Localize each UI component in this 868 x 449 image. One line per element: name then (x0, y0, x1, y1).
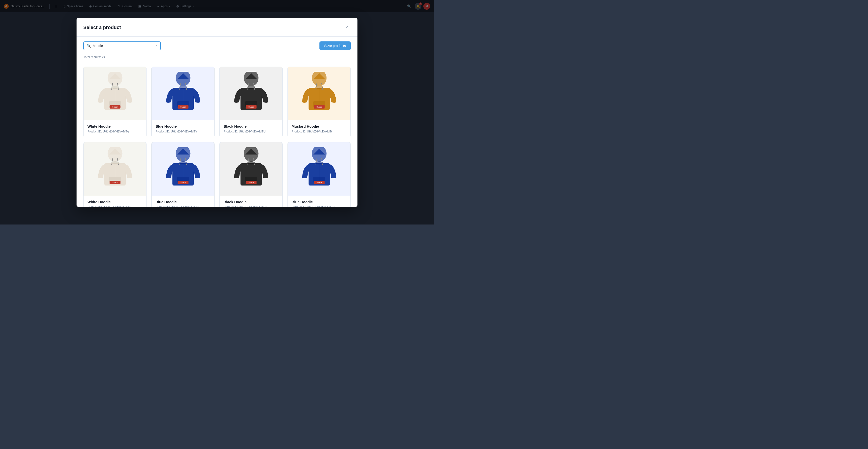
product-id: Product ID: UHJvZHVjdDoxMTU= (223, 205, 279, 207)
product-name: Blue Hoodie (155, 124, 211, 128)
products-grid: Saleor White Hoodie Product ID: UHJvZHVj… (83, 62, 351, 207)
product-card-prod-blue-hoodie-3[interactable]: Saleor Blue Hoodie Product ID: UHJvZHVjd… (287, 142, 351, 207)
product-id: Product ID: UHJvZHVjdDoxMTY= (291, 205, 347, 207)
product-name: White Hoodie (87, 124, 143, 128)
product-card-prod-black-hoodie-2[interactable]: Saleor Black Hoodie Product ID: UHJvZHVj… (219, 142, 283, 207)
product-info-prod-black-hoodie: Black Hoodie Product ID: UHJvZHVjdDoxMTU… (220, 120, 282, 137)
product-id: Product ID: UHJvZHVjdDoxMTY= (155, 205, 211, 207)
search-icon: 🔍 (87, 44, 91, 48)
svg-point-29 (247, 86, 255, 89)
svg-text:Saleor: Saleor (316, 182, 322, 184)
product-info-prod-white-hoodie: White Hoodie Product ID: UHJvZHVjdDoxMTg… (84, 120, 146, 137)
product-image-prod-white-hoodie-2: Saleor (84, 142, 146, 196)
total-results-label: Total results: 24 (76, 53, 358, 62)
product-image-prod-white-hoodie: Saleor (84, 67, 146, 120)
modal-close-button[interactable]: × (343, 24, 351, 31)
modal-body: Saleor White Hoodie Product ID: UHJvZHVj… (76, 62, 358, 207)
svg-text:Saleor: Saleor (180, 106, 186, 108)
product-card-prod-black-hoodie[interactable]: Saleor Black Hoodie Product ID: UHJvZHVj… (219, 67, 283, 137)
product-id: Product ID: UHJvZHVjdDoxMTc= (291, 130, 347, 133)
product-image-prod-black-hoodie: Saleor (220, 67, 282, 120)
product-id: Product ID: UHJvZHVjdDoxMTg= (87, 205, 143, 207)
product-info-prod-blue-hoodie-2: Blue Hoodie Product ID: UHJvZHVjdDoxMTY= (152, 196, 214, 207)
svg-point-19 (179, 86, 187, 89)
product-name: Black Hoodie (223, 124, 279, 128)
product-card-prod-white-hoodie-2[interactable]: Saleor White Hoodie Product ID: UHJvZHVj… (83, 142, 147, 207)
product-name: Blue Hoodie (155, 200, 211, 204)
search-input[interactable] (93, 44, 154, 48)
save-products-button[interactable]: Save products (319, 41, 351, 50)
product-info-prod-mustard-hoodie: Mustard Hoodie Product ID: UHJvZHVjdDoxM… (288, 120, 350, 137)
svg-text:Saleor: Saleor (113, 106, 118, 108)
svg-point-69 (247, 161, 255, 164)
product-image-prod-blue-hoodie-2: Saleor (152, 142, 214, 196)
product-image-prod-black-hoodie-2: Saleor (220, 142, 282, 196)
svg-point-79 (315, 161, 323, 164)
svg-point-49 (111, 161, 119, 164)
product-card-prod-mustard-hoodie[interactable]: Saleor Mustard Hoodie Product ID: UHJvZH… (287, 67, 351, 137)
svg-text:Saleor: Saleor (248, 182, 254, 184)
product-card-prod-blue-hoodie[interactable]: Saleor Blue Hoodie Product ID: UHJvZHVjd… (151, 67, 215, 137)
product-name: Mustard Hoodie (291, 124, 347, 128)
product-id: Product ID: UHJvZHVjdDoxMTU= (223, 130, 279, 133)
product-info-prod-blue-hoodie: Blue Hoodie Product ID: UHJvZHVjdDoxMTY= (152, 120, 214, 137)
select-product-modal: Select a product × 🔍 × Save products Tot… (76, 18, 358, 207)
svg-text:Saleor: Saleor (113, 182, 118, 184)
product-image-prod-blue-hoodie: Saleor (152, 67, 214, 120)
product-image-prod-blue-hoodie-3: Saleor (288, 142, 350, 196)
modal-header: Select a product × (76, 18, 358, 37)
product-card-prod-white-hoodie[interactable]: Saleor White Hoodie Product ID: UHJvZHVj… (83, 67, 147, 137)
product-id: Product ID: UHJvZHVjdDoxMTg= (87, 130, 143, 133)
product-id: Product ID: UHJvZHVjdDoxMTY= (155, 130, 211, 133)
svg-point-39 (315, 86, 323, 89)
svg-point-59 (179, 161, 187, 164)
svg-text:Saleor: Saleor (248, 106, 254, 108)
product-name: White Hoodie (87, 200, 143, 204)
product-info-prod-blue-hoodie-3: Blue Hoodie Product ID: UHJvZHVjdDoxMTY= (288, 196, 350, 207)
svg-text:Saleor: Saleor (180, 182, 186, 184)
product-name: Black Hoodie (223, 200, 279, 204)
modal-title: Select a product (83, 25, 121, 30)
product-info-prod-black-hoodie-2: Black Hoodie Product ID: UHJvZHVjdDoxMTU… (220, 196, 282, 207)
product-name: Blue Hoodie (291, 200, 347, 204)
product-image-prod-mustard-hoodie: Saleor (288, 67, 350, 120)
search-clear-button[interactable]: × (155, 44, 157, 47)
product-card-prod-blue-hoodie-2[interactable]: Saleor Blue Hoodie Product ID: UHJvZHVjd… (151, 142, 215, 207)
svg-point-9 (111, 86, 119, 89)
search-box: 🔍 × (83, 41, 161, 50)
svg-text:Saleor: Saleor (316, 106, 322, 108)
product-info-prod-white-hoodie-2: White Hoodie Product ID: UHJvZHVjdDoxMTg… (84, 196, 146, 207)
modal-search-area: 🔍 × Save products (76, 37, 358, 53)
